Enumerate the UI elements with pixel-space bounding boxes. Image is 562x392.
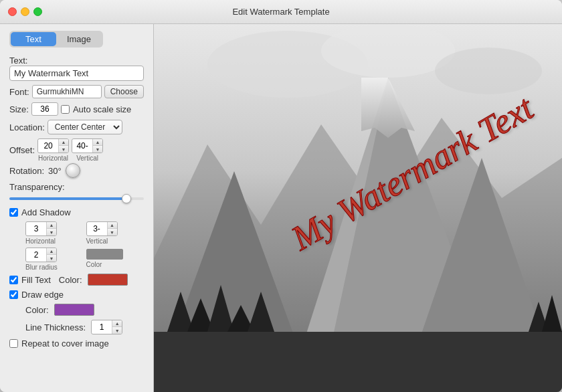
blur-input[interactable] <box>26 249 46 261</box>
horizontal-label: Horizontal <box>38 155 68 162</box>
preview-panel: My Watermark Text <box>154 24 562 392</box>
auto-scale-label: Auto scale size <box>61 104 131 114</box>
shadow-v-stepper: ▲ ▼ <box>86 221 118 236</box>
offset-h-input[interactable] <box>38 140 58 152</box>
svg-point-2 <box>321 24 455 78</box>
left-panel: Text Image Text: Font: GurmukhiMN Choose… <box>0 24 154 392</box>
offset-v-up[interactable]: ▲ <box>93 139 102 146</box>
repeat-label: Repeat to cover image <box>9 338 109 349</box>
tab-image[interactable]: Image <box>56 32 102 46</box>
blur-up[interactable]: ▲ <box>47 248 56 255</box>
watermark-text-input[interactable] <box>9 66 144 81</box>
location-row: Location: Center Center Top Left Top Cen… <box>9 120 144 134</box>
blur-item: ▲ ▼ Blur radius <box>25 248 84 271</box>
offset-v-arrows: ▲ ▼ <box>92 139 102 153</box>
fill-color-label: Color: <box>59 275 82 285</box>
transparency-section: Transparency: <box>9 182 144 202</box>
content-area: Text Image Text: Font: GurmukhiMN Choose… <box>0 24 562 392</box>
location-select[interactable]: Center Center Top Left Top Center Top Ri… <box>48 120 122 134</box>
shadow-v-arrows: ▲ ▼ <box>107 222 117 235</box>
font-name-display: GurmukhiMN <box>32 85 102 98</box>
draw-edge-checkbox[interactable] <box>9 290 18 299</box>
fill-text-row: Fill Text Color: <box>9 274 144 286</box>
rotation-row: Rotation: 30° <box>9 163 144 178</box>
rotation-label: Rotation: <box>9 166 44 176</box>
repeat-checkbox[interactable] <box>9 339 18 348</box>
line-thickness-row: Line Thickness: ▲ ▼ <box>25 320 144 334</box>
minimize-button[interactable] <box>21 7 29 16</box>
text-field-label: Text: <box>9 56 144 66</box>
shadow-h-stepper: ▲ ▼ <box>25 221 57 236</box>
vertical-label: Vertical <box>76 155 98 162</box>
offset-row: Offset: ▲ ▼ Horizontal <box>9 138 144 162</box>
shadow-h-input[interactable] <box>26 223 46 235</box>
font-label: Font: <box>9 87 29 97</box>
auto-scale-checkbox[interactable] <box>61 105 70 114</box>
offset-v-stepper: ▲ ▼ <box>72 138 103 153</box>
fill-text-checkbox[interactable] <box>9 276 18 284</box>
close-button[interactable] <box>8 7 17 16</box>
shadow-v-label: Vertical <box>86 237 108 245</box>
blur-arrows: ▲ ▼ <box>46 248 56 262</box>
offset-horizontal-group: ▲ ▼ Horizontal <box>37 138 69 162</box>
add-shadow-checkbox[interactable] <box>9 208 18 217</box>
maximize-button[interactable] <box>33 7 42 16</box>
line-thickness-down[interactable]: ▼ <box>112 327 122 334</box>
shadow-h-arrows: ▲ ▼ <box>46 222 56 235</box>
shadow-color-swatch[interactable] <box>86 249 123 260</box>
draw-edge-label: Draw edge <box>9 290 64 300</box>
fill-color-swatch[interactable] <box>88 274 128 286</box>
location-label: Location: <box>9 122 45 132</box>
shadow-v-input[interactable] <box>87 223 107 235</box>
font-row: Font: GurmukhiMN Choose <box>9 85 144 98</box>
offset-vertical-group: ▲ ▼ Vertical <box>72 138 103 162</box>
main-window: Edit Watermark Template Text Image Text:… <box>0 0 562 392</box>
blur-label: Blur radius <box>25 264 58 271</box>
offset-h-up[interactable]: ▲ <box>59 139 68 146</box>
offset-v-input[interactable] <box>72 140 92 152</box>
edge-color-row: Color: <box>25 304 144 316</box>
transparency-label: Transparency: <box>9 182 65 192</box>
line-thickness-input[interactable] <box>92 321 112 333</box>
shadow-color-label: Color <box>86 261 102 268</box>
edge-color-label: Color: <box>25 305 49 315</box>
add-shadow-row: Add Shadow <box>9 207 144 217</box>
shadow-h-item: ▲ ▼ Horizontal <box>25 221 84 245</box>
size-input[interactable] <box>31 102 58 116</box>
add-shadow-label: Add Shadow <box>9 207 71 217</box>
choose-font-button[interactable]: Choose <box>104 85 144 98</box>
offset-h-arrows: ▲ ▼ <box>58 139 68 153</box>
shadow-v-up[interactable]: ▲ <box>108 222 117 229</box>
tab-text[interactable]: Text <box>11 32 56 46</box>
edge-color-swatch[interactable] <box>54 304 94 316</box>
svg-point-3 <box>435 47 542 94</box>
size-label: Size: <box>9 104 29 114</box>
offset-label: Offset: <box>9 145 35 155</box>
shadow-color-item: Color <box>86 248 145 271</box>
offset-h-stepper: ▲ ▼ <box>37 138 69 153</box>
rotation-value: 30° <box>48 166 62 176</box>
mountain-background <box>154 24 562 392</box>
svg-rect-10 <box>154 332 562 392</box>
rotation-knob[interactable] <box>66 163 80 178</box>
tab-group: Text Image <box>9 31 103 47</box>
offset-h-down[interactable]: ▼ <box>59 146 68 153</box>
line-thickness-arrows: ▲ ▼ <box>112 320 122 334</box>
transparency-slider[interactable] <box>9 197 144 200</box>
shadow-grid: ▲ ▼ Horizontal ▲ ▼ Vertical <box>25 221 144 271</box>
offset-v-down[interactable]: ▼ <box>93 146 102 153</box>
traffic-lights <box>8 7 42 16</box>
shadow-h-label: Horizontal <box>25 237 56 245</box>
draw-edge-row: Draw edge <box>9 290 144 300</box>
shadow-h-up[interactable]: ▲ <box>47 222 56 229</box>
shadow-v-item: ▲ ▼ Vertical <box>86 221 145 245</box>
shadow-v-down[interactable]: ▼ <box>108 229 117 235</box>
repeat-row: Repeat to cover image <box>9 338 144 349</box>
line-thickness-label: Line Thickness: <box>25 322 86 332</box>
shadow-h-down[interactable]: ▼ <box>47 229 56 235</box>
titlebar: Edit Watermark Template <box>0 0 562 24</box>
size-row: Size: Auto scale size <box>9 102 144 116</box>
blur-down[interactable]: ▼ <box>47 255 56 262</box>
line-thickness-up[interactable]: ▲ <box>112 320 122 327</box>
line-thickness-stepper: ▲ ▼ <box>91 320 122 334</box>
